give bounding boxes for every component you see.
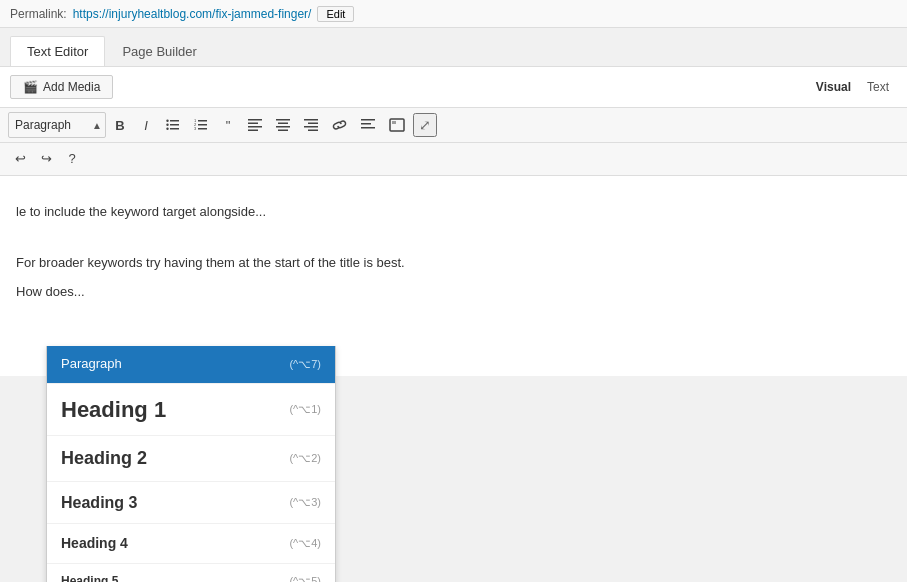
bold-button[interactable]: B xyxy=(108,112,132,138)
align-left-button[interactable] xyxy=(242,112,268,138)
editor-container: Permalink: https://injuryhealtblog.com/f… xyxy=(0,0,907,376)
media-bar: 🎬 Add Media Visual Text xyxy=(0,67,907,108)
dropdown-item-heading1[interactable]: Heading 1 (^⌥1) xyxy=(47,384,335,436)
dropdown-item-heading3[interactable]: Heading 3 (^⌥3) xyxy=(47,482,335,525)
svg-rect-8 xyxy=(198,128,207,130)
svg-rect-0 xyxy=(170,120,179,122)
svg-rect-19 xyxy=(278,130,288,132)
permalink-label: Permalink: xyxy=(10,7,67,21)
view-tabs: Visual Text xyxy=(808,77,897,97)
svg-text:3: 3 xyxy=(194,126,197,131)
tab-bar: Text Editor Page Builder xyxy=(0,28,907,67)
italic-button[interactable]: I xyxy=(134,112,158,138)
add-media-button[interactable]: 🎬 Add Media xyxy=(10,75,113,99)
tab-text-editor[interactable]: Text Editor xyxy=(10,36,105,66)
heading5-shortcut: (^⌥5) xyxy=(289,573,321,582)
svg-rect-13 xyxy=(248,123,258,125)
more-toolbar-button[interactable] xyxy=(355,112,381,138)
editor-line-1: le to include the keyword target alongsi… xyxy=(16,202,891,223)
help-button[interactable]: ? xyxy=(60,145,84,171)
heading1-label: Heading 1 xyxy=(61,392,166,427)
permalink-edit-button[interactable]: Edit xyxy=(317,6,354,22)
svg-rect-27 xyxy=(390,119,404,131)
text-tab[interactable]: Text xyxy=(859,77,897,97)
svg-rect-28 xyxy=(392,121,396,124)
unordered-list-button[interactable] xyxy=(160,112,186,138)
svg-rect-25 xyxy=(361,123,371,125)
tab-page-builder[interactable]: Page Builder xyxy=(105,36,213,66)
svg-rect-16 xyxy=(276,119,290,121)
heading2-label: Heading 2 xyxy=(61,444,147,473)
link-button[interactable] xyxy=(326,112,353,138)
editor-area[interactable]: Paragraph (^⌥7) Heading 1 (^⌥1) Heading … xyxy=(0,176,907,376)
heading3-label: Heading 3 xyxy=(61,490,137,516)
undo-button[interactable]: ↩ xyxy=(8,145,32,171)
toolbar-row1: Paragraph Heading 1 Heading 2 Heading 3 … xyxy=(0,108,907,143)
heading1-shortcut: (^⌥1) xyxy=(289,401,321,419)
heading2-shortcut: (^⌥2) xyxy=(289,450,321,468)
permalink-bar: Permalink: https://injuryhealtblog.com/f… xyxy=(0,0,907,28)
heading4-shortcut: (^⌥4) xyxy=(289,535,321,553)
svg-point-5 xyxy=(166,128,168,130)
redo-button[interactable]: ↪ xyxy=(34,145,58,171)
toolbar-buttons: Paragraph Heading 1 Heading 2 Heading 3 … xyxy=(8,112,899,138)
svg-rect-26 xyxy=(361,127,375,129)
format-select[interactable]: Paragraph Heading 1 Heading 2 Heading 3 … xyxy=(8,112,106,138)
format-dropdown: Paragraph (^⌥7) Heading 1 (^⌥1) Heading … xyxy=(46,346,336,582)
svg-rect-15 xyxy=(248,130,258,132)
ordered-list-button[interactable]: 123 xyxy=(188,112,214,138)
heading5-label: Heading 5 xyxy=(61,572,118,582)
dropdown-item-heading2[interactable]: Heading 2 (^⌥2) xyxy=(47,436,335,482)
permalink-url[interactable]: https://injuryhealtblog.com/fix-jammed-f… xyxy=(73,7,312,21)
align-right-button[interactable] xyxy=(298,112,324,138)
svg-rect-17 xyxy=(278,123,288,125)
svg-rect-23 xyxy=(308,130,318,132)
expand-editor-button[interactable]: ⤢ xyxy=(413,113,437,137)
svg-point-4 xyxy=(166,124,168,126)
blockquote-button[interactable]: " xyxy=(216,112,240,138)
toolbar-row2-left: ↩ ↪ ? xyxy=(8,145,84,171)
svg-rect-24 xyxy=(361,119,375,121)
dropdown-item-heading4[interactable]: Heading 4 (^⌥4) xyxy=(47,524,335,563)
format-select-wrapper: Paragraph Heading 1 Heading 2 Heading 3 … xyxy=(8,112,106,138)
editor-line-3: How does... xyxy=(16,282,891,303)
svg-point-3 xyxy=(166,120,168,122)
paragraph-shortcut: (^⌥7) xyxy=(289,356,321,374)
heading4-label: Heading 4 xyxy=(61,532,128,554)
visual-tab[interactable]: Visual xyxy=(808,77,859,97)
paragraph-label: Paragraph xyxy=(61,354,122,375)
align-center-button[interactable] xyxy=(270,112,296,138)
editor-line-2: For broader keywords try having them at … xyxy=(16,253,891,274)
editor-text-content: le to include the keyword target alongsi… xyxy=(16,192,891,241)
dropdown-item-heading5[interactable]: Heading 5 (^⌥5) xyxy=(47,564,335,582)
svg-rect-1 xyxy=(170,124,179,126)
svg-rect-6 xyxy=(198,120,207,122)
toolbar-row2: ↩ ↪ ? xyxy=(0,143,907,176)
dropdown-item-paragraph[interactable]: Paragraph (^⌥7) xyxy=(47,346,335,384)
svg-rect-12 xyxy=(248,119,262,121)
add-media-icon: 🎬 xyxy=(23,80,38,94)
svg-rect-21 xyxy=(308,123,318,125)
svg-rect-7 xyxy=(198,124,207,126)
heading3-shortcut: (^⌥3) xyxy=(289,494,321,512)
svg-rect-20 xyxy=(304,119,318,121)
svg-rect-22 xyxy=(304,126,318,128)
svg-rect-2 xyxy=(170,128,179,130)
fullscreen-toggle-button[interactable] xyxy=(383,112,411,138)
add-media-label: Add Media xyxy=(43,80,100,94)
svg-rect-14 xyxy=(248,126,262,128)
svg-rect-18 xyxy=(276,126,290,128)
